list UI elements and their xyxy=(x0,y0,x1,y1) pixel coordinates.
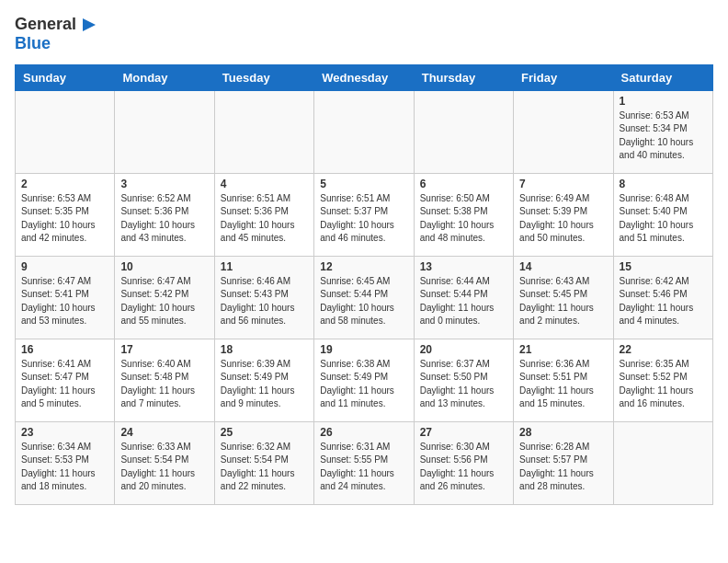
day-number: 18 xyxy=(221,343,308,356)
day-info: Sunrise: 6:47 AM Sunset: 5:42 PM Dayligh… xyxy=(120,275,208,328)
weekday-header-monday: Monday xyxy=(115,64,214,90)
day-info: Sunrise: 6:39 AM Sunset: 5:49 PM Dayligh… xyxy=(221,358,308,411)
day-info: Sunrise: 6:34 AM Sunset: 5:53 PM Dayligh… xyxy=(21,441,108,494)
weekday-header-row: SundayMondayTuesdayWednesdayThursdayFrid… xyxy=(16,64,713,90)
empty-cell xyxy=(314,90,414,173)
calendar-day-22: 22Sunrise: 6:35 AM Sunset: 5:52 PM Dayli… xyxy=(613,339,712,421)
day-number: 11 xyxy=(221,260,308,273)
calendar-day-8: 8Sunrise: 6:48 AM Sunset: 5:40 PM Daylig… xyxy=(613,173,712,256)
calendar-day-1: 1Sunrise: 6:53 AM Sunset: 5:34 PM Daylig… xyxy=(613,90,712,173)
empty-cell xyxy=(514,90,613,173)
calendar-week-row: 2Sunrise: 6:53 AM Sunset: 5:35 PM Daylig… xyxy=(16,173,713,256)
day-number: 24 xyxy=(120,426,208,439)
day-number: 9 xyxy=(21,260,108,273)
day-info: Sunrise: 6:43 AM Sunset: 5:45 PM Dayligh… xyxy=(519,275,607,328)
empty-cell xyxy=(414,90,513,173)
day-info: Sunrise: 6:42 AM Sunset: 5:46 PM Dayligh… xyxy=(620,275,707,328)
calendar-table: SundayMondayTuesdayWednesdayThursdayFrid… xyxy=(15,64,713,505)
empty-cell xyxy=(214,90,313,173)
day-number: 27 xyxy=(420,426,507,439)
calendar-day-11: 11Sunrise: 6:46 AM Sunset: 5:43 PM Dayli… xyxy=(214,256,313,339)
logo-blue: Blue xyxy=(15,35,99,53)
calendar-day-20: 20Sunrise: 6:37 AM Sunset: 5:50 PM Dayli… xyxy=(414,339,513,421)
calendar-day-5: 5Sunrise: 6:51 AM Sunset: 5:37 PM Daylig… xyxy=(314,173,414,256)
day-info: Sunrise: 6:48 AM Sunset: 5:40 PM Dayligh… xyxy=(620,192,707,246)
day-info: Sunrise: 6:41 AM Sunset: 5:47 PM Dayligh… xyxy=(21,358,108,411)
weekday-header-friday: Friday xyxy=(514,64,613,90)
calendar-day-28: 28Sunrise: 6:28 AM Sunset: 5:57 PM Dayli… xyxy=(514,421,613,504)
calendar-day-6: 6Sunrise: 6:50 AM Sunset: 5:38 PM Daylig… xyxy=(414,173,513,256)
day-number: 17 xyxy=(120,343,208,356)
day-info: Sunrise: 6:37 AM Sunset: 5:50 PM Dayligh… xyxy=(420,358,507,411)
calendar-day-10: 10Sunrise: 6:47 AM Sunset: 5:42 PM Dayli… xyxy=(115,256,214,339)
day-info: Sunrise: 6:36 AM Sunset: 5:51 PM Dayligh… xyxy=(519,358,607,411)
weekday-header-wednesday: Wednesday xyxy=(314,64,414,90)
day-number: 23 xyxy=(21,426,108,439)
svg-marker-0 xyxy=(83,18,96,31)
day-info: Sunrise: 6:35 AM Sunset: 5:52 PM Dayligh… xyxy=(620,358,707,411)
day-info: Sunrise: 6:46 AM Sunset: 5:43 PM Dayligh… xyxy=(221,275,308,328)
calendar-day-27: 27Sunrise: 6:30 AM Sunset: 5:56 PM Dayli… xyxy=(414,421,513,504)
calendar-day-2: 2Sunrise: 6:53 AM Sunset: 5:35 PM Daylig… xyxy=(16,173,115,256)
day-number: 4 xyxy=(221,178,308,190)
day-info: Sunrise: 6:30 AM Sunset: 5:56 PM Dayligh… xyxy=(420,441,507,494)
calendar-day-13: 13Sunrise: 6:44 AM Sunset: 5:44 PM Dayli… xyxy=(414,256,513,339)
calendar-day-4: 4Sunrise: 6:51 AM Sunset: 5:36 PM Daylig… xyxy=(214,173,313,256)
calendar-day-23: 23Sunrise: 6:34 AM Sunset: 5:53 PM Dayli… xyxy=(16,421,115,504)
day-info: Sunrise: 6:50 AM Sunset: 5:38 PM Dayligh… xyxy=(420,192,507,246)
calendar-day-12: 12Sunrise: 6:45 AM Sunset: 5:44 PM Dayli… xyxy=(314,256,414,339)
day-number: 6 xyxy=(420,178,507,190)
calendar-day-9: 9Sunrise: 6:47 AM Sunset: 5:41 PM Daylig… xyxy=(16,256,115,339)
day-info: Sunrise: 6:40 AM Sunset: 5:48 PM Dayligh… xyxy=(120,358,208,411)
calendar-week-row: 9Sunrise: 6:47 AM Sunset: 5:41 PM Daylig… xyxy=(16,256,713,339)
calendar-day-19: 19Sunrise: 6:38 AM Sunset: 5:49 PM Dayli… xyxy=(314,339,414,421)
calendar-day-18: 18Sunrise: 6:39 AM Sunset: 5:49 PM Dayli… xyxy=(214,339,313,421)
page-header: General Blue xyxy=(15,15,713,53)
day-number: 5 xyxy=(320,178,407,190)
day-number: 2 xyxy=(21,178,108,190)
logo: General Blue xyxy=(15,15,99,53)
day-info: Sunrise: 6:51 AM Sunset: 5:36 PM Dayligh… xyxy=(221,192,308,246)
calendar-week-row: 1Sunrise: 6:53 AM Sunset: 5:34 PM Daylig… xyxy=(16,90,713,173)
day-info: Sunrise: 6:31 AM Sunset: 5:55 PM Dayligh… xyxy=(320,441,407,494)
day-info: Sunrise: 6:47 AM Sunset: 5:41 PM Dayligh… xyxy=(21,275,108,328)
calendar-day-25: 25Sunrise: 6:32 AM Sunset: 5:54 PM Dayli… xyxy=(214,421,313,504)
day-number: 10 xyxy=(120,260,208,273)
calendar-day-7: 7Sunrise: 6:49 AM Sunset: 5:39 PM Daylig… xyxy=(514,173,613,256)
day-number: 1 xyxy=(620,95,707,108)
day-info: Sunrise: 6:52 AM Sunset: 5:36 PM Dayligh… xyxy=(120,192,208,246)
day-number: 16 xyxy=(21,343,108,356)
day-number: 28 xyxy=(519,426,607,439)
empty-cell xyxy=(115,90,214,173)
day-number: 19 xyxy=(320,343,407,356)
empty-cell xyxy=(613,421,712,504)
day-info: Sunrise: 6:49 AM Sunset: 5:39 PM Dayligh… xyxy=(519,192,607,246)
calendar-day-24: 24Sunrise: 6:33 AM Sunset: 5:54 PM Dayli… xyxy=(115,421,214,504)
weekday-header-tuesday: Tuesday xyxy=(214,64,313,90)
logo-arrow-icon xyxy=(79,15,99,35)
day-info: Sunrise: 6:32 AM Sunset: 5:54 PM Dayligh… xyxy=(221,441,308,494)
day-number: 3 xyxy=(120,178,208,190)
day-info: Sunrise: 6:38 AM Sunset: 5:49 PM Dayligh… xyxy=(320,358,407,411)
logo-text: General Blue xyxy=(15,15,99,53)
weekday-header-saturday: Saturday xyxy=(613,64,712,90)
day-number: 21 xyxy=(519,343,607,356)
day-number: 14 xyxy=(519,260,607,273)
day-info: Sunrise: 6:28 AM Sunset: 5:57 PM Dayligh… xyxy=(519,441,607,494)
empty-cell xyxy=(16,90,115,173)
logo-general: General xyxy=(15,16,76,34)
day-info: Sunrise: 6:44 AM Sunset: 5:44 PM Dayligh… xyxy=(420,275,507,328)
calendar-week-row: 23Sunrise: 6:34 AM Sunset: 5:53 PM Dayli… xyxy=(16,421,713,504)
weekday-header-thursday: Thursday xyxy=(414,64,513,90)
day-number: 26 xyxy=(320,426,407,439)
calendar-day-26: 26Sunrise: 6:31 AM Sunset: 5:55 PM Dayli… xyxy=(314,421,414,504)
day-number: 22 xyxy=(620,343,707,356)
day-info: Sunrise: 6:53 AM Sunset: 5:34 PM Dayligh… xyxy=(620,109,707,163)
day-info: Sunrise: 6:51 AM Sunset: 5:37 PM Dayligh… xyxy=(320,192,407,246)
calendar-week-row: 16Sunrise: 6:41 AM Sunset: 5:47 PM Dayli… xyxy=(16,339,713,421)
day-info: Sunrise: 6:53 AM Sunset: 5:35 PM Dayligh… xyxy=(21,192,108,246)
day-number: 25 xyxy=(221,426,308,439)
day-number: 8 xyxy=(620,178,707,190)
weekday-header-sunday: Sunday xyxy=(16,64,115,90)
day-number: 20 xyxy=(420,343,507,356)
